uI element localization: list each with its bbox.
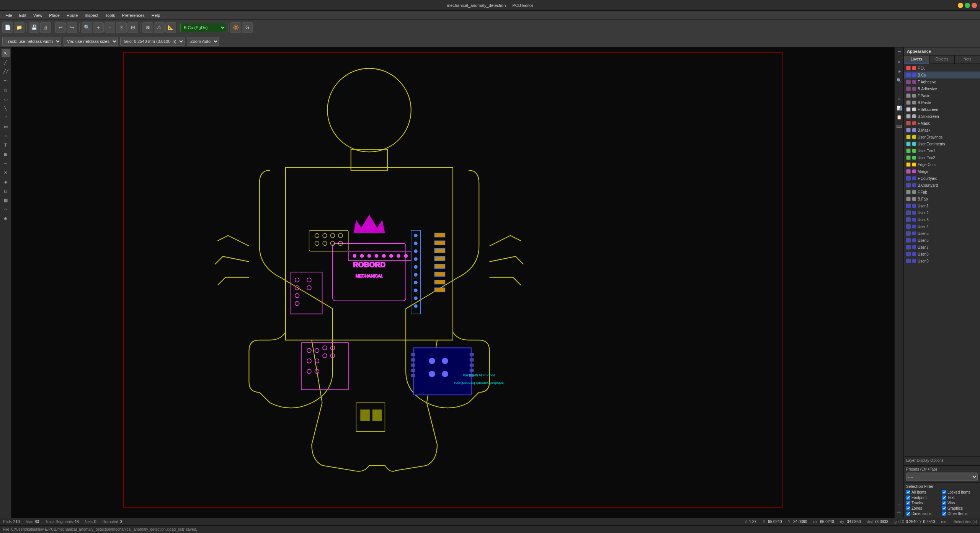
- layer-item-user-comments[interactable]: User.Comments: [904, 140, 980, 147]
- filter-tracks[interactable]: Tracks: [906, 500, 942, 505]
- layer-item-f-fab[interactable]: F.Fab: [904, 189, 980, 196]
- draw-rect-tool[interactable]: ▭: [2, 122, 10, 131]
- print-button[interactable]: 🖨: [40, 22, 51, 33]
- layer-item-edge-cuts[interactable]: Edge.Cuts: [904, 161, 980, 168]
- menu-tools[interactable]: Tools: [102, 12, 118, 18]
- flip-board-btn[interactable]: ↕: [895, 499, 903, 507]
- layer-item-b-adhesive[interactable]: B.Adhesive: [904, 85, 980, 92]
- scripting-btn[interactable]: ⌨: [895, 122, 903, 130]
- layer-vis-0[interactable]: [906, 66, 911, 70]
- menu-inspect[interactable]: Inspect: [82, 12, 101, 18]
- layer-item-user-6[interactable]: User.6: [904, 237, 980, 244]
- layer-item-b-fab[interactable]: B.Fab: [904, 196, 980, 202]
- board-stats-btn[interactable]: 📊: [895, 104, 903, 112]
- layer-vis-4[interactable]: [906, 93, 911, 98]
- layer-vis-21[interactable]: [906, 210, 911, 215]
- menu-file[interactable]: File: [2, 12, 15, 18]
- tune-length-tool[interactable]: 〜: [2, 77, 10, 85]
- layer-item-user-9[interactable]: User.9: [904, 258, 980, 264]
- filter-vias-check[interactable]: [942, 501, 946, 505]
- layer-item-b-cu[interactable]: B.Cu: [904, 72, 980, 78]
- filter-vias[interactable]: Vias: [942, 500, 978, 505]
- layer-vis-23[interactable]: [906, 224, 911, 229]
- layer-vis-8[interactable]: [906, 121, 911, 126]
- layer-item-user-5[interactable]: User.5: [904, 230, 980, 237]
- zoom-out-button[interactable]: -: [105, 22, 115, 33]
- layer-vis-5[interactable]: [906, 100, 911, 105]
- set-user-grid-tool[interactable]: ⊟: [2, 187, 10, 195]
- maximize-button[interactable]: [965, 3, 970, 8]
- selection-filter-toggle[interactable]: ✕: [895, 58, 903, 66]
- pick-place-tool[interactable]: ⊕: [2, 214, 10, 223]
- net-highlight-button[interactable]: 🔆: [230, 22, 241, 33]
- add-via-tool[interactable]: ◎: [2, 86, 10, 94]
- layer-vis-2[interactable]: [906, 80, 911, 84]
- filter-dimensions-check[interactable]: [906, 512, 910, 516]
- draw-circle-tool[interactable]: ○: [2, 132, 10, 140]
- undo-button[interactable]: ↩: [55, 22, 66, 33]
- layer-item-user-3[interactable]: User.3: [904, 216, 980, 223]
- layer-selector[interactable]: B.Cu (PgDn) F.Cu (PgUp) In1.Cu In2.Cu: [180, 23, 226, 32]
- filter-graphics[interactable]: Graphics: [942, 506, 978, 511]
- filter-graphics-check[interactable]: [942, 506, 946, 510]
- filter-other-items-check[interactable]: [942, 512, 946, 516]
- layer-vis-6[interactable]: [906, 107, 911, 112]
- layer-vis-26[interactable]: [906, 245, 911, 249]
- zoom-select[interactable]: Zoom Auto: [187, 37, 219, 46]
- grid-select[interactable]: Grid: 0.2540 mm (0.0100 in): [120, 37, 185, 46]
- layer-item-user-7[interactable]: User.7: [904, 244, 980, 251]
- zoom-in-button[interactable]: +: [93, 22, 104, 33]
- draw-annotation-btn[interactable]: ✏: [895, 509, 903, 516]
- menu-route[interactable]: Route: [64, 12, 81, 18]
- design-rules-button[interactable]: 📐: [165, 22, 176, 33]
- draw-arc-tool[interactable]: ◜: [2, 113, 10, 122]
- filter-tracks-check[interactable]: [906, 501, 910, 505]
- layer-vis-20[interactable]: [906, 204, 911, 208]
- drc-button[interactable]: ⚠: [154, 22, 165, 33]
- add-footprint-tool[interactable]: ⊞: [2, 150, 10, 158]
- new-button[interactable]: 📄: [2, 22, 13, 33]
- measure-tool[interactable]: ↔: [2, 159, 10, 168]
- layer-item-user-drawings[interactable]: User.Drawings: [904, 134, 980, 140]
- layer-item-user-8[interactable]: User.8: [904, 251, 980, 258]
- layer-vis-24[interactable]: [906, 231, 911, 236]
- via-size-select[interactable]: Via: use netclass sizes: [64, 37, 118, 46]
- layer-item-f-adhesive[interactable]: F.Adhesive: [904, 78, 980, 85]
- minimize-button[interactable]: [958, 3, 963, 8]
- redo-button[interactable]: ↪: [67, 22, 77, 33]
- layer-item-user-2[interactable]: User.2: [904, 209, 980, 216]
- appearance-panel-toggle[interactable]: ☰: [895, 49, 903, 57]
- tab-nets[interactable]: Nets: [955, 55, 980, 64]
- layer-item-user-eco2[interactable]: User.Eco2: [904, 154, 980, 161]
- filter-locked-items-check[interactable]: [942, 490, 946, 494]
- inspect-btn[interactable]: 🔍: [895, 77, 903, 84]
- layer-item-user-1[interactable]: User.1: [904, 202, 980, 209]
- net-inspector-side-btn[interactable]: ≋: [895, 95, 903, 103]
- add-text-tool[interactable]: T: [2, 141, 10, 149]
- layer-vis-12[interactable]: [906, 148, 911, 153]
- layer-vis-3[interactable]: [906, 86, 911, 91]
- filter-dimensions[interactable]: Dimensions: [906, 511, 942, 516]
- layer-vis-13[interactable]: [906, 155, 911, 160]
- track-width-select[interactable]: Track: use netclass width: [2, 37, 61, 46]
- menu-preferences[interactable]: Preferences: [119, 12, 147, 18]
- layer-item-margin[interactable]: Margin: [904, 168, 980, 175]
- log-btn[interactable]: 📋: [895, 113, 903, 121]
- layer-vis-17[interactable]: [906, 183, 911, 187]
- menu-edit[interactable]: Edit: [16, 12, 29, 18]
- microwave-tool[interactable]: 〰: [2, 205, 10, 214]
- menu-view[interactable]: View: [30, 12, 46, 18]
- presets-selector[interactable]: ----: [906, 473, 978, 481]
- tab-objects[interactable]: Objects: [929, 55, 955, 64]
- search-button[interactable]: 🔍: [82, 22, 92, 33]
- delete-tool[interactable]: ✕: [2, 168, 10, 177]
- filter-footprint-check[interactable]: [906, 496, 910, 500]
- layer-item-b-mask[interactable]: B.Mask: [904, 127, 980, 134]
- filter-locked-items[interactable]: Locked Items: [942, 490, 978, 495]
- filter-other-items[interactable]: Other Items: [942, 511, 978, 516]
- filter-zones[interactable]: Zones: [906, 506, 942, 511]
- menu-place[interactable]: Place: [46, 12, 63, 18]
- flood-fill-tool[interactable]: ▩: [2, 196, 10, 204]
- route-differential-pair[interactable]: ╱╱: [2, 67, 10, 76]
- layer-item-f-mask[interactable]: F.Mask: [904, 120, 980, 127]
